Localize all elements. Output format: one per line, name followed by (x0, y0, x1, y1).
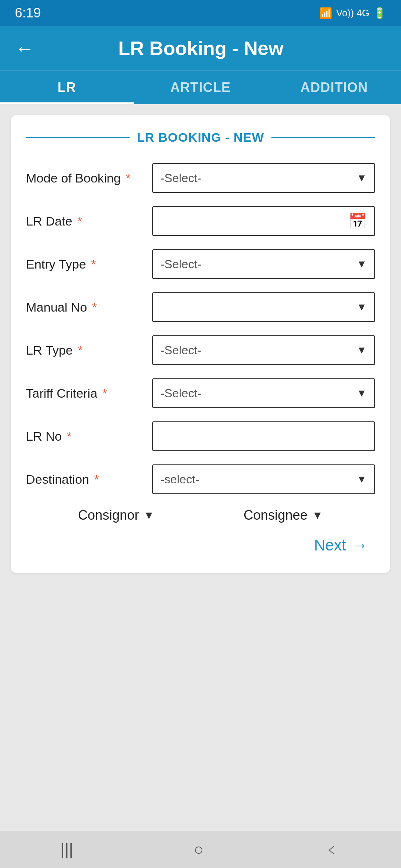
dropdown-arrow-mode: ▼ (356, 172, 367, 184)
consignee-arrow: ▼ (312, 509, 323, 522)
dropdown-arrow-lr-type: ▼ (356, 344, 367, 356)
input-lr-date[interactable]: 📅 (152, 206, 375, 236)
nav-back[interactable]: ﹤ (324, 839, 340, 861)
consignor-arrow: ▼ (143, 509, 154, 522)
required-star-entry: * (88, 257, 96, 271)
consignor-button[interactable]: Consignor ▼ (78, 507, 154, 523)
nav-home[interactable]: ○ (194, 840, 204, 859)
wifi-icon: 📶 (319, 7, 332, 19)
back-button[interactable]: ← (15, 39, 34, 58)
section-title: LR BOOKING - NEW (137, 130, 264, 145)
tab-lr[interactable]: LR (0, 71, 134, 104)
required-star-lr-type: * (74, 343, 83, 357)
form-card: LR BOOKING - NEW Mode of Booking * -Sele… (11, 115, 390, 573)
field-lr-date: LR Date * 📅 (26, 206, 375, 236)
bottom-nav: ||| ○ ﹤ (0, 831, 401, 868)
status-bar: 6:19 📶 Vo)) 4G 🔋 (0, 0, 401, 26)
select-manual-no[interactable]: ▼ (152, 292, 375, 322)
tab-addition[interactable]: ADDITION (267, 71, 401, 104)
section-line-left (26, 137, 130, 138)
required-star: * (122, 171, 131, 185)
required-star-date: * (74, 214, 82, 228)
section-title-row: LR BOOKING - NEW (26, 130, 375, 145)
next-row: Next → (26, 536, 375, 554)
label-tariff-criteria: Tariff Criteria * (26, 386, 145, 401)
select-tariff-criteria[interactable]: -Select- ▼ (152, 378, 375, 408)
tab-article[interactable]: ARTICLE (134, 71, 267, 104)
required-star-tariff: * (99, 386, 107, 400)
consignor-label: Consignor (78, 507, 139, 523)
label-manual-no: Manual No * (26, 300, 145, 315)
required-star-lr-no: * (63, 429, 72, 443)
header: ← LR Booking - New (0, 26, 401, 70)
battery-icon: 🔋 (373, 7, 386, 19)
nav-recent-apps[interactable]: ||| (61, 840, 73, 859)
calendar-icon: 📅 (348, 213, 367, 230)
field-mode-of-booking: Mode of Booking * -Select- ▼ (26, 163, 375, 193)
label-lr-date: LR Date * (26, 214, 145, 228)
label-mode-of-booking: Mode of Booking * (26, 171, 145, 185)
label-lr-no: LR No * (26, 429, 145, 444)
label-entry-type: Entry Type * (26, 257, 145, 272)
select-destination[interactable]: -select- ▼ (152, 464, 375, 494)
main-content: LR BOOKING - NEW Mode of Booking * -Sele… (0, 104, 401, 831)
select-lr-type[interactable]: -Select- ▼ (152, 335, 375, 365)
field-lr-no: LR No * (26, 421, 375, 451)
input-lr-no[interactable] (152, 421, 375, 451)
next-button[interactable]: Next (314, 536, 346, 554)
label-lr-type: LR Type * (26, 343, 145, 358)
required-star-manual: * (88, 300, 97, 314)
field-manual-no: Manual No * ▼ (26, 292, 375, 322)
consignor-consignee-row: Consignor ▼ Consignee ▼ (26, 507, 375, 523)
field-destination: Destination * -select- ▼ (26, 464, 375, 494)
signal-icon: Vo)) 4G (336, 7, 369, 19)
consignee-button[interactable]: Consignee ▼ (244, 507, 323, 523)
status-icons: 📶 Vo)) 4G 🔋 (319, 7, 386, 19)
field-lr-type: LR Type * -Select- ▼ (26, 335, 375, 365)
select-entry-type[interactable]: -Select- ▼ (152, 249, 375, 279)
consignee-label: Consignee (244, 507, 307, 523)
section-line-right (271, 137, 375, 138)
select-mode-of-booking[interactable]: -Select- ▼ (152, 163, 375, 193)
tabs-container: LR ARTICLE ADDITION (0, 70, 401, 104)
dropdown-arrow-dest: ▼ (356, 473, 367, 485)
required-star-dest: * (91, 472, 99, 486)
header-title: LR Booking - New (45, 37, 356, 59)
field-entry-type: Entry Type * -Select- ▼ (26, 249, 375, 279)
next-arrow-icon[interactable]: → (352, 536, 368, 554)
label-destination: Destination * (26, 472, 145, 487)
status-time: 6:19 (15, 5, 41, 21)
field-tariff-criteria: Tariff Criteria * -Select- ▼ (26, 378, 375, 408)
dropdown-arrow-manual: ▼ (356, 301, 367, 313)
dropdown-arrow-tariff: ▼ (356, 387, 367, 399)
dropdown-arrow-entry: ▼ (356, 258, 367, 270)
